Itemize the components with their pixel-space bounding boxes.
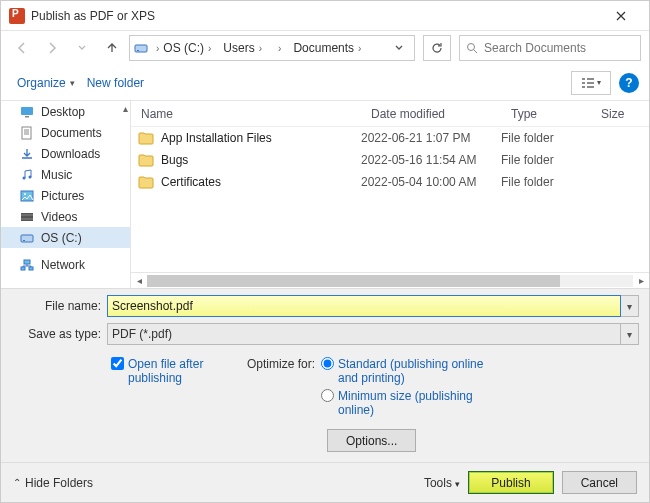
- sidebar-label: Documents: [41, 126, 102, 140]
- hide-folders-label: Hide Folders: [25, 476, 93, 490]
- savetype-value: PDF (*.pdf): [112, 327, 172, 341]
- col-type[interactable]: Type: [501, 107, 591, 121]
- help-button[interactable]: ?: [619, 73, 639, 93]
- footer: ⌃Hide Folders Tools ▾ Publish Cancel: [1, 462, 649, 502]
- savetype-label: Save as type:: [11, 327, 107, 341]
- sidebar-label: Network: [41, 258, 85, 272]
- savetype-select[interactable]: PDF (*.pdf): [107, 323, 621, 345]
- search-icon: [466, 42, 478, 54]
- chevron-right-icon: ›: [278, 43, 281, 54]
- search-input[interactable]: Search Documents: [459, 35, 641, 61]
- options-button[interactable]: Options...: [327, 429, 416, 452]
- svg-rect-4: [25, 116, 29, 118]
- open-after-checkbox[interactable]: [111, 357, 124, 370]
- table-row[interactable]: Certificates2022-05-04 10:00 AMFile fold…: [131, 171, 649, 193]
- close-icon: [616, 11, 626, 21]
- sidebar-label: Pictures: [41, 189, 84, 203]
- col-size[interactable]: Size: [591, 107, 649, 121]
- radio-standard[interactable]: [321, 357, 334, 370]
- table-row[interactable]: App Installation Files2022-06-21 1:07 PM…: [131, 127, 649, 149]
- svg-point-2: [468, 44, 475, 51]
- radio-minimum[interactable]: [321, 389, 334, 402]
- refresh-icon: [430, 41, 444, 55]
- svg-rect-1: [137, 50, 139, 51]
- view-options-button[interactable]: ▾: [571, 71, 611, 95]
- chevron-down-icon: ▾: [70, 78, 75, 88]
- content-area: ▴ Desktop Documents Downloads Music Pict…: [1, 101, 649, 288]
- chevron-right-icon: ›: [156, 43, 159, 54]
- sidebar-item-os-c[interactable]: OS (C:): [1, 227, 130, 248]
- table-row[interactable]: Bugs2022-05-16 11:54 AMFile folder: [131, 149, 649, 171]
- drive-icon: [132, 41, 150, 55]
- svg-rect-14: [21, 267, 25, 270]
- close-button[interactable]: [601, 1, 641, 31]
- forward-button[interactable]: [39, 35, 65, 61]
- filename-dropdown[interactable]: ▾: [621, 295, 639, 317]
- bottom-panel: File name: ▾ Save as type: PDF (*.pdf) ▾…: [1, 288, 649, 462]
- app-icon: [9, 8, 25, 24]
- sidebar-label: Music: [41, 168, 72, 182]
- network-icon: [19, 258, 35, 272]
- col-date[interactable]: Date modified: [361, 107, 501, 121]
- file-date: 2022-06-21 1:07 PM: [361, 131, 501, 145]
- file-header: Name Date modified Type Size: [131, 101, 649, 127]
- horizontal-scrollbar[interactable]: ◂ ▸: [131, 272, 649, 288]
- chevron-right-icon: ›: [358, 43, 361, 54]
- folder-icon: [131, 154, 161, 167]
- music-icon: [19, 168, 35, 182]
- breadcrumb-segment[interactable]: ›: [268, 36, 287, 60]
- optimize-label: Optimize for:: [241, 357, 321, 417]
- breadcrumb-segment[interactable]: Users›: [217, 36, 268, 60]
- svg-point-9: [24, 193, 26, 195]
- breadcrumb-label: OS (C:): [163, 41, 204, 55]
- arrow-up-icon: [105, 41, 119, 55]
- cancel-button[interactable]: Cancel: [562, 471, 637, 494]
- address-dropdown[interactable]: [386, 35, 412, 61]
- nav-row: ›OS (C:)› Users› › Documents› Search Doc…: [1, 31, 649, 65]
- sidebar-item-desktop[interactable]: Desktop: [1, 101, 130, 122]
- sidebar-label: Desktop: [41, 105, 85, 119]
- scroll-up-icon[interactable]: ▴: [123, 103, 128, 114]
- chevron-right-icon: ›: [208, 43, 211, 54]
- sidebar-item-videos[interactable]: Videos: [1, 206, 130, 227]
- recent-dropdown[interactable]: [69, 35, 95, 61]
- scrollbar-track[interactable]: [147, 275, 633, 287]
- breadcrumb-segment[interactable]: ›OS (C:)›: [150, 36, 217, 60]
- scrollbar-thumb[interactable]: [147, 275, 560, 287]
- publish-button[interactable]: Publish: [468, 471, 553, 494]
- chevron-down-icon: ▾: [597, 78, 601, 87]
- organize-menu[interactable]: Organize▾: [11, 72, 81, 94]
- breadcrumb-segment[interactable]: Documents›: [287, 36, 367, 60]
- downloads-icon: [19, 147, 35, 161]
- filename-label: File name:: [11, 299, 107, 313]
- file-type: File folder: [501, 131, 591, 145]
- address-bar[interactable]: ›OS (C:)› Users› › Documents›: [129, 35, 415, 61]
- organize-label: Organize: [17, 76, 66, 90]
- back-button[interactable]: [9, 35, 35, 61]
- col-name[interactable]: Name: [131, 107, 361, 121]
- sidebar-item-music[interactable]: Music: [1, 164, 130, 185]
- refresh-button[interactable]: [423, 35, 451, 61]
- sidebar-item-documents[interactable]: Documents: [1, 122, 130, 143]
- svg-rect-11: [21, 235, 33, 242]
- radio-minimum-label: Minimum size (publishing online): [338, 389, 488, 417]
- scroll-left-icon[interactable]: ◂: [131, 275, 147, 286]
- scroll-right-icon[interactable]: ▸: [633, 275, 649, 286]
- sidebar-item-downloads[interactable]: Downloads: [1, 143, 130, 164]
- savetype-dropdown[interactable]: ▾: [621, 323, 639, 345]
- svg-rect-15: [29, 267, 33, 270]
- sidebar-item-network[interactable]: Network: [1, 254, 130, 275]
- svg-rect-0: [135, 45, 147, 52]
- sidebar-label: Videos: [41, 210, 77, 224]
- chevron-down-icon: [395, 44, 403, 52]
- new-folder-button[interactable]: New folder: [81, 72, 150, 94]
- up-button[interactable]: [99, 35, 125, 61]
- filename-input[interactable]: [107, 295, 621, 317]
- svg-rect-12: [23, 240, 25, 241]
- hide-folders-button[interactable]: ⌃Hide Folders: [13, 476, 93, 490]
- breadcrumb-label: Documents: [293, 41, 354, 55]
- sidebar-item-pictures[interactable]: Pictures: [1, 185, 130, 206]
- arrow-right-icon: [45, 41, 59, 55]
- tools-menu[interactable]: Tools ▾: [424, 476, 460, 490]
- drive-icon: [19, 231, 35, 245]
